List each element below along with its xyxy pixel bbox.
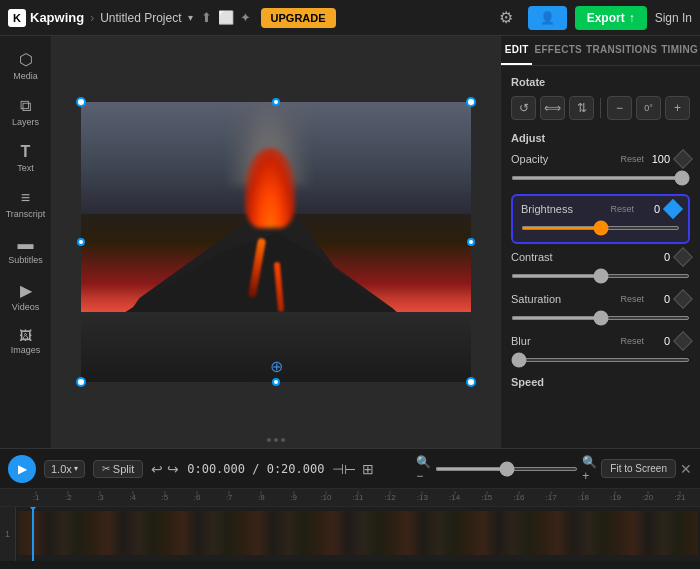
close-timeline-button[interactable]: ✕ bbox=[680, 461, 692, 477]
track-number: 1 bbox=[0, 507, 16, 561]
blur-keyframe-diamond[interactable] bbox=[673, 331, 693, 351]
timeline-ruler: :1 :2 :3 :4 :5 :6 :7 :8 :9 :10 :11 :12 :… bbox=[0, 489, 700, 507]
brightness-reset[interactable]: Reset bbox=[610, 204, 634, 214]
export-button[interactable]: Export ↑ bbox=[575, 6, 647, 30]
project-name[interactable]: Untitled Project bbox=[100, 11, 181, 25]
redo-button[interactable]: ↪ bbox=[167, 461, 179, 477]
fit-icon[interactable]: ⊞ bbox=[362, 461, 374, 477]
playback-extra-icons: ⊣⊢ ⊞ bbox=[332, 461, 374, 477]
project-dropdown-arrow[interactable]: ▾ bbox=[188, 12, 193, 23]
sidebar-item-images[interactable]: 🖼 Images bbox=[3, 322, 49, 361]
sidebar-item-media[interactable]: ⬡ Media bbox=[3, 44, 49, 87]
ruler-mark: :7 bbox=[213, 493, 245, 502]
split-button[interactable]: ✂ Split bbox=[93, 460, 143, 478]
blur-slider[interactable] bbox=[511, 358, 690, 362]
saturation-slider-container bbox=[511, 310, 690, 326]
track-content[interactable] bbox=[16, 507, 700, 561]
saturation-reset[interactable]: Reset bbox=[620, 294, 644, 304]
handle-bottom-left[interactable] bbox=[76, 377, 86, 387]
upload-icon[interactable]: ⬆ bbox=[201, 10, 212, 25]
playback-bar: ▶ 1.0x ▾ ✂ Split ↩ ↪ 0:00.000 / 0:20.000… bbox=[0, 449, 700, 489]
saturation-right: Reset 0 bbox=[620, 292, 690, 306]
handle-bottom-mid[interactable] bbox=[272, 378, 280, 386]
contrast-keyframe-diamond[interactable] bbox=[673, 247, 693, 267]
tab-timing[interactable]: TIMING bbox=[659, 36, 700, 65]
zoom-in-icon[interactable]: 🔍+ bbox=[582, 455, 597, 483]
speed-section-label: Speed bbox=[511, 376, 690, 388]
rotate-left-button[interactable]: ↺ bbox=[511, 96, 536, 120]
sidebar-item-media-label: Media bbox=[13, 71, 38, 81]
contrast-value: 0 bbox=[650, 251, 670, 263]
blur-right: Reset 0 bbox=[620, 334, 690, 348]
logo: K Kapwing bbox=[8, 9, 84, 27]
signin-button[interactable]: Sign In bbox=[655, 11, 692, 25]
sidebar-item-transcript[interactable]: ≡ Transcript bbox=[3, 183, 49, 225]
monitor-icon[interactable]: ⬜ bbox=[218, 10, 234, 25]
export-arrow-icon: ↑ bbox=[629, 11, 635, 25]
opacity-value: 100 bbox=[650, 153, 670, 165]
upgrade-button[interactable]: UPGRADE bbox=[261, 8, 336, 28]
subtitles-icon: ▬ bbox=[18, 235, 34, 253]
brightness-keyframe-diamond[interactable] bbox=[663, 199, 683, 219]
handle-top-mid[interactable] bbox=[272, 98, 280, 106]
panel-edit-content: Rotate ↺ ⟺ ⇅ − 0° + Adjust Opacity Reset… bbox=[501, 66, 700, 448]
bottom-area: ▶ 1.0x ▾ ✂ Split ↩ ↪ 0:00.000 / 0:20.000… bbox=[0, 448, 700, 569]
saturation-label: Saturation bbox=[511, 293, 561, 305]
flip-v-button[interactable]: ⇅ bbox=[569, 96, 594, 120]
zoom-slider[interactable] bbox=[435, 467, 578, 471]
handle-left-mid[interactable] bbox=[77, 238, 85, 246]
media-icon: ⬡ bbox=[19, 50, 33, 69]
handle-top-left[interactable] bbox=[76, 97, 86, 107]
play-button[interactable]: ▶ bbox=[8, 455, 36, 483]
sidebar-item-layers[interactable]: ⧉ Layers bbox=[3, 91, 49, 133]
blur-reset[interactable]: Reset bbox=[620, 336, 644, 346]
handle-bottom-right[interactable] bbox=[466, 377, 476, 387]
add-media-button[interactable]: 👤 bbox=[528, 6, 567, 30]
zoom-out-icon[interactable]: 🔍− bbox=[416, 455, 431, 483]
panel-tabs: EDIT EFFECTS TRANSITIONS TIMING bbox=[501, 36, 700, 66]
brightness-slider[interactable] bbox=[521, 226, 680, 230]
contrast-slider[interactable] bbox=[511, 274, 690, 278]
sidebar-item-videos[interactable]: ▶ Videos bbox=[3, 275, 49, 318]
tab-effects[interactable]: EFFECTS bbox=[532, 36, 584, 65]
canvas-frame[interactable]: ⊕ bbox=[81, 102, 471, 382]
sidebar-item-videos-label: Videos bbox=[12, 302, 39, 312]
breadcrumb-sep: › bbox=[90, 11, 94, 25]
tab-transitions[interactable]: TRANSITIONS bbox=[584, 36, 659, 65]
right-panel: EDIT EFFECTS TRANSITIONS TIMING Rotate ↺… bbox=[500, 36, 700, 448]
ruler-mark: :21 bbox=[664, 493, 696, 502]
magic-icon[interactable]: ✦ bbox=[240, 10, 251, 25]
ruler-mark: :20 bbox=[632, 493, 664, 502]
fit-screen-button[interactable]: Fit to Screen bbox=[601, 459, 676, 478]
blur-label: Blur bbox=[511, 335, 531, 347]
handle-top-right[interactable] bbox=[466, 97, 476, 107]
rotate-reset-button[interactable]: 0° bbox=[636, 96, 661, 120]
video-clip[interactable] bbox=[18, 511, 698, 555]
rotate-section-label: Rotate bbox=[511, 76, 690, 88]
ruler-mark: :3 bbox=[84, 493, 116, 502]
contrast-right: 0 bbox=[650, 250, 690, 264]
opacity-reset[interactable]: Reset bbox=[620, 154, 644, 164]
rotate-plus-button[interactable]: + bbox=[665, 96, 690, 120]
ruler-mark: :13 bbox=[406, 493, 438, 502]
contrast-slider-container bbox=[511, 268, 690, 284]
handle-right-mid[interactable] bbox=[467, 238, 475, 246]
rotate-minus-button[interactable]: − bbox=[607, 96, 632, 120]
saturation-slider[interactable] bbox=[511, 316, 690, 320]
flip-h-button[interactable]: ⟺ bbox=[540, 96, 565, 120]
images-icon: 🖼 bbox=[19, 328, 32, 343]
opacity-slider[interactable] bbox=[511, 176, 690, 180]
tab-edit[interactable]: EDIT bbox=[501, 36, 532, 65]
playhead[interactable] bbox=[32, 507, 34, 561]
saturation-keyframe-diamond[interactable] bbox=[673, 289, 693, 309]
topbar-right-actions: ⚙ 👤 Export ↑ Sign In bbox=[492, 4, 692, 32]
opacity-keyframe-diamond[interactable] bbox=[673, 149, 693, 169]
ruler-mark: :12 bbox=[374, 493, 406, 502]
speed-selector[interactable]: 1.0x ▾ bbox=[44, 460, 85, 478]
crop-center-icon: ⊕ bbox=[270, 357, 283, 376]
sidebar-item-text[interactable]: T Text bbox=[3, 137, 49, 179]
undo-button[interactable]: ↩ bbox=[151, 461, 163, 477]
settings-icon[interactable]: ⚙ bbox=[492, 4, 520, 32]
trim-icon[interactable]: ⊣⊢ bbox=[332, 461, 356, 477]
sidebar-item-subtitles[interactable]: ▬ Subtitles bbox=[3, 229, 49, 271]
